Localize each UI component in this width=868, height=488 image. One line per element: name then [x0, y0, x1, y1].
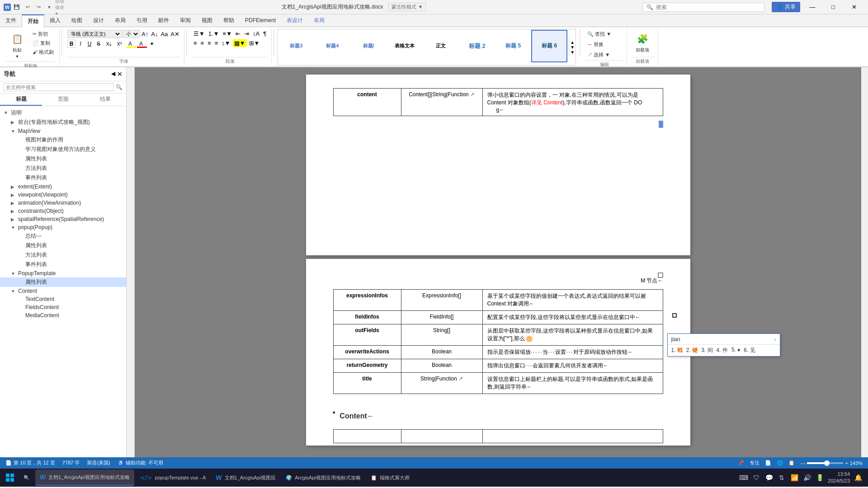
nav-tree-item[interactable]: 事件列表 — [0, 260, 126, 269]
align-left-button[interactable]: ≡ — [192, 39, 198, 47]
maximize-button[interactable]: □ — [823, 0, 844, 14]
nav-search[interactable]: 🔍 — [0, 81, 126, 94]
style-scroll-up[interactable]: ▲ — [570, 40, 575, 45]
tab-pdfelement[interactable]: PDFElement — [240, 14, 281, 27]
nav-tree-item[interactable]: 属性列表 — [0, 277, 126, 287]
nav-tree-item[interactable]: 视图对象的作用 — [0, 135, 126, 145]
save-button[interactable]: 💾 — [12, 2, 22, 12]
strikethrough-button[interactable]: S — [94, 40, 103, 48]
find-button[interactable]: 🔍 查找 ▼ — [585, 30, 613, 38]
style-heading4[interactable]: 标题4 — [314, 30, 350, 62]
style-heading5[interactable]: 标题 5 — [495, 30, 531, 62]
tray-shield[interactable]: 🛡 — [752, 473, 761, 482]
tree-expand-icon[interactable]: ▶ — [11, 184, 16, 189]
web-layout-icon[interactable]: 🌐 — [777, 460, 783, 466]
effects-button[interactable]: ✦ — [147, 40, 157, 48]
tree-expand-icon[interactable]: ▶ — [11, 201, 16, 206]
nav-tab-results[interactable]: 结果 — [84, 94, 126, 106]
accessibility-display[interactable]: ♿ 辅助功能: 不可用 — [118, 460, 163, 466]
nav-tree-item[interactable]: 方法列表 — [0, 250, 126, 260]
font-color-button[interactable]: A — [136, 40, 146, 48]
tab-layout[interactable]: 布局 — [109, 14, 131, 27]
autocomplete-item-4[interactable]: 4. 件 — [717, 347, 728, 354]
style-table-text[interactable]: 表格文本 — [387, 30, 423, 62]
style-dropdown[interactable]: 蒙古性模式 ▼ — [388, 3, 426, 11]
increase-font[interactable]: A↑ — [141, 31, 149, 38]
autocomplete-item-1[interactable]: 1. 戟 — [671, 347, 683, 354]
autocomplete-popup[interactable]: › 1. 戟 2. 键 3. 间 4. 件 5. ♦ 6. 见 — [667, 333, 780, 357]
tree-expand-icon[interactable]: ▼ — [4, 110, 9, 115]
style-heading6[interactable]: 标题 6 — [531, 30, 567, 62]
nav-expand-icon[interactable]: ◀ — [111, 70, 115, 78]
print-layout-icon[interactable]: 📄 — [765, 460, 771, 466]
tab-tablelayout[interactable]: 布局 — [308, 14, 330, 27]
nav-tree-item[interactable]: ▶animation(ViewAnimation) — [0, 199, 126, 207]
tree-expand-icon[interactable]: ▶ — [11, 209, 16, 214]
nav-tree-item[interactable]: ▶spatialReference(SpatialReference) — [0, 215, 126, 223]
format-painter-button[interactable]: 🖌 格式刷 — [31, 48, 56, 56]
taskbar-word1[interactable]: W 文档1_ArcgisApi视图应用地标式攻略 — [35, 469, 134, 486]
customize-qa[interactable]: ▼ — [44, 2, 54, 12]
tab-mailings[interactable]: 邮件 — [153, 14, 175, 27]
nav-tree-item[interactable]: ▶viewpoint(Viewpoint) — [0, 191, 126, 199]
tab-home[interactable]: 开始 — [22, 14, 44, 27]
subscript-button[interactable]: X₂ — [104, 40, 113, 48]
nav-tree-item[interactable]: ▼MapView — [0, 127, 126, 135]
taskbar-vscode[interactable]: ≺/≻ popupTemplate.vue - A — [135, 469, 210, 486]
addins-button[interactable]: 🧩 加载项 — [631, 30, 654, 55]
tree-expand-icon[interactable]: ▶ — [11, 192, 16, 197]
style-normal[interactable]: 正文 — [423, 30, 459, 62]
tray-arrows[interactable]: ⇅ — [777, 473, 786, 482]
style-more[interactable]: ▼ — [570, 50, 575, 55]
nav-tab-pages[interactable]: 页面 — [42, 94, 84, 106]
bullet-list-button[interactable]: ☰▼ — [192, 30, 206, 38]
border-button[interactable]: ⊞▼ — [248, 39, 261, 47]
taskbar-search[interactable]: 🔍 — [19, 469, 34, 486]
sort-button[interactable]: ↕A — [251, 30, 261, 38]
focus-text[interactable]: 专注 — [750, 460, 760, 466]
autocomplete-item-5[interactable]: 5. ♦ — [731, 347, 740, 354]
nav-tree-item[interactable]: 事件列表 — [0, 173, 126, 183]
nav-tree-item[interactable]: ▼popup(Popup) — [0, 223, 126, 231]
nav-close-icon[interactable]: ✕ — [117, 70, 123, 78]
tray-keyboard[interactable]: ⌨ — [739, 473, 748, 482]
autocomplete-input[interactable] — [671, 336, 773, 343]
autocomplete-item-2[interactable]: 2. 键 — [686, 347, 698, 354]
title-search-box[interactable]: 🔍 — [642, 3, 764, 12]
taskbar-arcgis[interactable]: 🌍 ArcgisApi视图应用地标式攻略 — [281, 469, 365, 486]
nav-tree-item[interactable]: ▶前台(专题性地标式攻略_视图) — [0, 117, 126, 127]
nav-tree-item[interactable]: ▼PopupTemplate — [0, 269, 126, 277]
system-clock[interactable]: 13:54 2024/5/23 — [828, 471, 850, 485]
highlight-button[interactable]: A — [125, 40, 135, 48]
nav-tree-item[interactable]: FieldsContent — [0, 303, 126, 311]
close-button[interactable]: ✕ — [844, 0, 864, 14]
nav-search-input[interactable] — [4, 83, 114, 91]
cut-button[interactable]: ✂ 剪切 — [31, 30, 56, 38]
nav-tree-item[interactable]: 学习视图对象使用方法的意义 — [0, 145, 126, 154]
focus-icon[interactable]: 📌 — [738, 460, 744, 466]
title-link[interactable]: ↗ — [458, 375, 463, 382]
numbered-list-button[interactable]: 1.▼ — [207, 30, 221, 38]
tab-review[interactable]: 审阅 — [175, 14, 196, 27]
autocomplete-item-3[interactable]: 3. 间 — [701, 347, 712, 354]
font-size-select[interactable]: 小五 — [123, 30, 140, 38]
taskbar-app2[interactable]: 📋 端格式展大师 — [366, 469, 414, 486]
tree-expand-icon[interactable]: ▼ — [11, 225, 16, 230]
tree-expand-icon[interactable]: ▼ — [11, 129, 16, 134]
content-link[interactable]: ↗ — [470, 91, 475, 98]
multilevel-list-button[interactable]: ≡▼ — [222, 30, 233, 38]
autocomplete-arrow[interactable]: › — [774, 337, 776, 342]
justify-button[interactable]: ≡ — [213, 39, 220, 47]
tab-design[interactable]: 设计 — [88, 14, 109, 27]
italic-button[interactable]: I — [76, 40, 85, 48]
nav-tree-item[interactable]: TextContent — [0, 295, 126, 303]
nav-tree-item[interactable]: ▼说明 — [0, 108, 126, 117]
bold-button[interactable]: B — [67, 40, 75, 48]
align-center-button[interactable]: ≡ — [199, 39, 206, 47]
document-area[interactable]: content Content[]|String|Function ↗ 弹小信息… — [135, 67, 861, 457]
underline-button[interactable]: U — [85, 40, 94, 48]
show-hide-button[interactable]: ¶ — [262, 30, 268, 38]
nav-tree-item[interactable]: 属性列表 — [0, 241, 126, 250]
start-button[interactable] — [2, 469, 18, 486]
tree-expand-icon[interactable]: ▼ — [11, 271, 16, 276]
